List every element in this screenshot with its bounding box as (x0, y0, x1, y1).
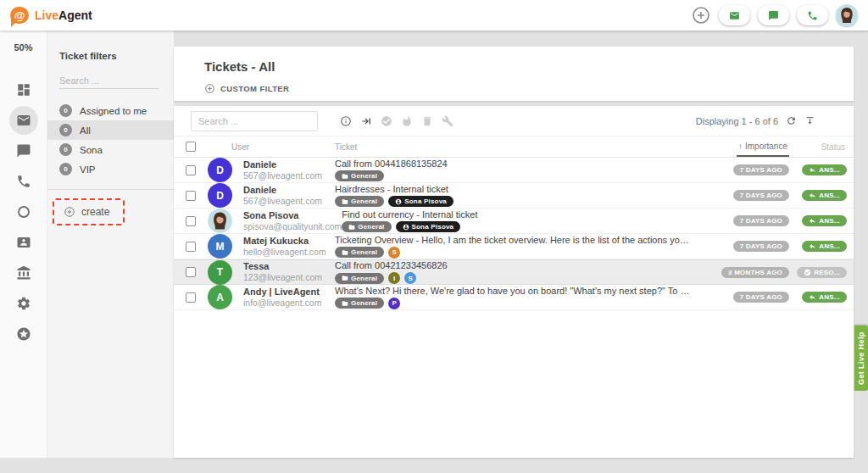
row-checkbox[interactable] (186, 267, 196, 277)
star-circle-icon (16, 326, 31, 342)
ticket-subject[interactable]: Call from 00441868135824 (335, 159, 698, 170)
table-body: DDaniele567@liveagent.comCall from 00441… (174, 158, 854, 310)
ticket-subject[interactable]: Find out currency - Internal ticket (342, 209, 698, 220)
user-avatar-initial: D (208, 183, 232, 208)
filter-label: VIP (80, 164, 96, 175)
folder-icon (342, 173, 348, 180)
page-title: Tickets - All (204, 59, 854, 74)
user-email: 567@liveagent.com (243, 196, 335, 207)
user-email: 567@liveagent.com (243, 170, 335, 181)
avatar-photo (836, 4, 858, 26)
tag-dot[interactable]: S (388, 247, 400, 259)
table-row[interactable]: TTessa123@liveagent.comCall from 0042123… (174, 259, 854, 285)
mark-resolved-button[interactable] (380, 114, 392, 127)
filter-count-badge: 0 (59, 163, 72, 175)
assignee-tag[interactable]: Sona Pisova (388, 196, 453, 207)
nav-tickets[interactable] (9, 106, 38, 135)
tag-dot[interactable]: P (388, 298, 400, 309)
get-live-help-tab[interactable]: Get Live Help (854, 326, 868, 391)
table-row[interactable]: AAndy | LiveAgentinfo@liveagent.comWhat'… (174, 285, 854, 310)
delete-button[interactable] (420, 114, 433, 127)
table-row[interactable]: DDaniele567@liveagent.comHairdresses - I… (174, 183, 854, 209)
user-name: Andy | LiveAgent (243, 287, 335, 298)
status-badge: RESO... (797, 267, 847, 278)
new-email-button[interactable] (719, 5, 750, 25)
nav-upgrade[interactable] (9, 320, 38, 348)
folder-icon (342, 198, 348, 205)
table-row[interactable]: Sona Pisovaspisova@qualityunit.comFind o… (174, 209, 854, 234)
tickets-header-card: Tickets - All CUSTOM FILTER (174, 47, 854, 101)
department-tag[interactable]: General (335, 170, 384, 181)
new-call-button[interactable] (797, 5, 828, 25)
ticket-filters-panel: Ticket filters 0Assigned to me0All0Sona0… (47, 31, 174, 458)
tools-button[interactable] (441, 114, 453, 127)
department-tag[interactable]: General (335, 196, 384, 207)
table-row[interactable]: DDaniele567@liveagent.comCall from 00441… (174, 158, 854, 183)
col-header-status[interactable]: Status (789, 136, 854, 157)
row-checkbox[interactable] (186, 191, 196, 201)
select-all-checkbox[interactable] (186, 142, 196, 152)
nav-settings[interactable] (9, 289, 38, 318)
availability-percent: 50% (14, 42, 32, 53)
row-checkbox[interactable] (186, 242, 196, 252)
row-checkbox[interactable] (186, 216, 196, 226)
person-circle-icon (395, 198, 402, 205)
folder-icon (342, 249, 348, 256)
spam-button[interactable] (400, 114, 413, 127)
wrench-icon (442, 115, 453, 127)
nav-chats[interactable] (9, 136, 38, 165)
ring-icon (16, 204, 31, 220)
call-icon (16, 174, 31, 189)
status-badge: ANS... (802, 164, 847, 175)
ticket-subject[interactable]: Call from 00421233456826 (335, 260, 698, 271)
col-header-ticket[interactable]: Ticket (335, 136, 698, 157)
create-filter-button[interactable]: create (53, 198, 125, 225)
refresh-icon[interactable] (786, 115, 797, 126)
col-header-user[interactable]: User (208, 136, 335, 157)
brand-live: Live (35, 8, 58, 22)
displaying-count: Displaying 1 - 6 of 6 (696, 116, 778, 126)
bank-icon (16, 265, 31, 281)
filter-item-assigned-to-me[interactable]: 0Assigned to me (47, 101, 174, 120)
ticket-subject[interactable]: Ticketing Overview - Hello, I am the tic… (335, 235, 698, 246)
tag-dot[interactable]: I (388, 272, 400, 284)
filter-item-sona[interactable]: 0Sona (47, 140, 174, 159)
user-avatar-initial: M (208, 234, 232, 259)
department-tag[interactable]: General (335, 273, 384, 284)
folder-icon (342, 275, 348, 281)
chat-icon (16, 143, 31, 159)
row-checkbox[interactable] (186, 292, 196, 303)
collapse-download-icon[interactable] (804, 115, 815, 126)
assignee-tag[interactable]: Sona Pisova (396, 221, 461, 232)
filters-search-input[interactable] (59, 73, 159, 89)
filter-item-vip[interactable]: 0VIP (47, 159, 174, 179)
info-button[interactable] (339, 114, 352, 127)
nav-contacts[interactable] (9, 228, 38, 257)
nav-dashboard[interactable] (9, 75, 38, 104)
resolve-next-button[interactable] (359, 114, 372, 127)
nav-calls[interactable] (9, 167, 38, 196)
new-chat-button[interactable] (758, 5, 789, 25)
filter-label: Sona (80, 145, 103, 155)
user-avatar-initial: D (208, 158, 232, 182)
filters-title: Ticket filters (59, 51, 174, 61)
ticket-subject[interactable]: Hairdresses - Internal ticket (335, 184, 698, 195)
filter-item-all[interactable]: 0All (47, 120, 174, 140)
department-tag[interactable]: General (335, 247, 384, 258)
tag-dot[interactable]: S (404, 272, 416, 284)
info-circle-icon (340, 115, 352, 127)
agent-avatar[interactable] (836, 4, 858, 26)
nav-social[interactable] (9, 198, 38, 226)
table-row[interactable]: MMatej Kukuckahello@liveagent.comTicketi… (174, 234, 854, 259)
custom-filter-button[interactable]: CUSTOM FILTER (204, 83, 289, 94)
user-name: Daniele (243, 185, 335, 196)
tickets-search-input[interactable] (191, 111, 318, 131)
nav-academy[interactable] (9, 259, 38, 287)
department-tag[interactable]: General (342, 221, 391, 232)
row-checkbox[interactable] (186, 165, 196, 175)
department-tag[interactable]: General (335, 298, 384, 309)
add-new-button[interactable] (691, 5, 711, 25)
tickets-table-card: Displaying 1 - 6 of 6 User Ticket ↑Impor… (174, 106, 854, 458)
col-header-importance[interactable]: ↑Importance (698, 136, 789, 157)
ticket-subject[interactable]: What's Next? Hi there, We're glad to hav… (335, 286, 698, 297)
